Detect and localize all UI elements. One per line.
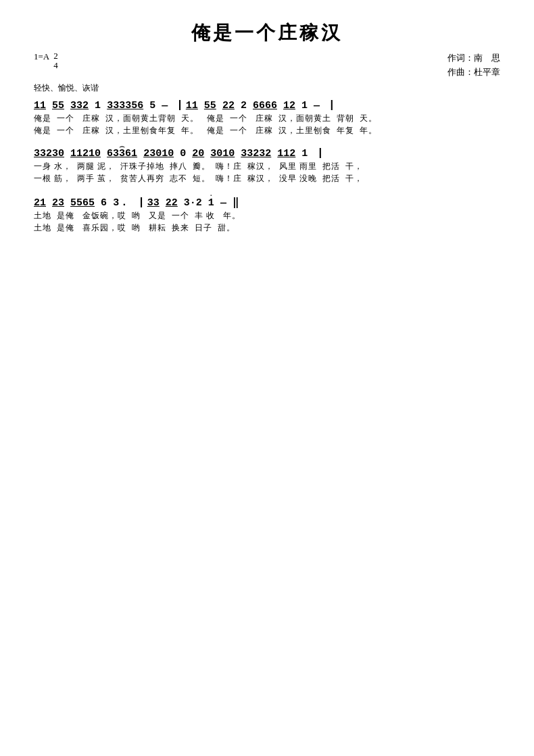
note-21: 21 (34, 197, 46, 209)
time-signature: 2 4 (53, 51, 58, 71)
song-title: 俺是一个庄稼汉 (34, 20, 500, 46)
barline-4: | (138, 197, 145, 209)
tempo-marking: 轻快、愉悦、诙谐 (34, 82, 500, 94)
note-11: 11 (34, 100, 46, 111)
note-112: 112 (277, 148, 295, 159)
note-1a: 1 (95, 100, 101, 111)
note-63361: ⌢ 63361 (107, 148, 137, 159)
note-i: · 1 (208, 197, 214, 209)
notation-line-1: 11 55 332 1 333356 5 — | 11 (34, 99, 500, 111)
barline-1: | (176, 99, 183, 111)
page: 俺是一个庄稼汉 1=A 2 4 作词：南 思 作曲：杜平章 轻快、愉悦、诙谐 1… (0, 0, 534, 756)
note-group-33230: 33230 (34, 148, 64, 159)
note-11b: 11 (186, 100, 198, 111)
barline-2: | (329, 99, 335, 111)
note-3dot: 3． (113, 196, 129, 209)
music-line-2: 33230 11210 ⌢ 63361 23010 0 20 (34, 147, 500, 184)
note-5a: 5 (149, 100, 155, 111)
note-33: 33 (147, 197, 160, 209)
lyricist: 作词：南 思 (447, 51, 500, 66)
lyrics-1-line-2: 俺是 一个 庄稼 汉，土里刨食年复 年。 俺是 一个 庄稼 汉，土里刨食 年复 … (34, 125, 500, 136)
music-line-3: 21 23 5565 6 3． | 33 22 3·2 (34, 195, 500, 234)
note-332: 33 (70, 100, 82, 111)
note-6666: 6666 (253, 100, 277, 111)
notation-line-3: 21 23 5565 6 3． | 33 22 3·2 (34, 195, 500, 209)
note-1b: 1 (301, 100, 308, 111)
lyrics-3-line-1: 土地 是俺 金饭碗，哎 哟 又是 一个 丰 收 年。 (34, 210, 500, 222)
note-2b: 2 (241, 100, 247, 111)
note-22b: 22 (166, 197, 178, 209)
note-23: 23 (52, 197, 64, 209)
note-1c: 1 (301, 148, 308, 159)
lyrics-2-line-2: 一根 筋， 两手 茧， 贫苦人再穷 志不 短。 嗨！庄 稼汉， 没早 没晚 把活… (34, 173, 500, 184)
final-barline: ‖ (233, 195, 239, 209)
note-2: 2 (82, 100, 89, 111)
note-12: 12 (283, 100, 295, 111)
note-5565: 5565 (70, 197, 95, 209)
lyrics-2-line-1: 一身 水， 两腿 泥， 汗珠子掉地 摔八 瓣。 嗨！庄 稼汉， 风里 雨里 把活… (34, 161, 500, 172)
barline-3: | (310, 147, 323, 159)
note-333356: 333356 (107, 100, 143, 111)
note-3dot2: 3·2 (184, 197, 202, 209)
note-20: 20 (192, 148, 204, 159)
lyrics-3-line-2: 土地 是俺 喜乐园，哎 哟 耕耘 换来 日子 甜。 (34, 222, 500, 234)
notation-line-2: 33230 11210 ⌢ 63361 23010 0 20 (34, 147, 500, 159)
key-label: 1=A (34, 51, 49, 62)
note-55a: 55 (52, 100, 64, 111)
note-0: 0 (180, 148, 186, 159)
meta-right: 作词：南 思 作曲：杜平章 (447, 51, 500, 80)
note-3010: 3010 (210, 148, 235, 159)
meta-left: 1=A 2 4 (34, 51, 58, 71)
composer: 作曲：杜平章 (447, 66, 500, 80)
lyrics-1-line-1: 俺是 一个 庄稼 汉，面朝黄土背朝 天。 俺是 一个 庄稼 汉，面朝黄土 背朝 … (34, 113, 500, 124)
music-line-1: 11 55 332 1 333356 5 — | 11 (34, 99, 500, 136)
music-score: 11 55 332 1 333356 5 — | 11 (34, 99, 500, 234)
note-23010: 2301 (143, 148, 168, 159)
note-22: 22 (222, 100, 235, 111)
note-55b: 55 (204, 100, 216, 111)
note-33232: 33232 (241, 148, 271, 159)
meta-row: 1=A 2 4 作词：南 思 作曲：杜平章 (34, 51, 500, 80)
note-6: 6 (101, 197, 107, 209)
note-11210: 1121 (70, 148, 95, 159)
